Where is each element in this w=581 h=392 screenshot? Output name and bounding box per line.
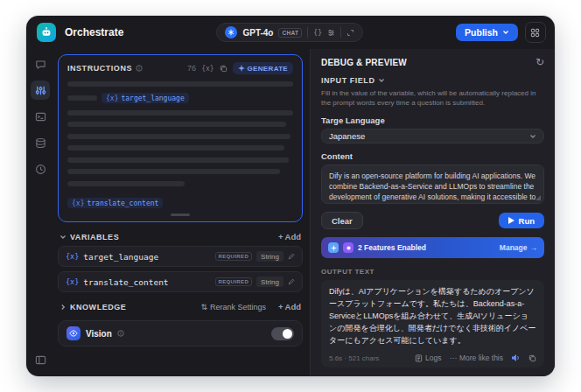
char-count: 76	[187, 64, 196, 73]
app-logo-icon	[37, 23, 56, 42]
debug-title: DEBUG & PREVIEW	[321, 58, 407, 67]
target-language-select[interactable]: Japanese	[321, 129, 544, 143]
database-icon	[35, 137, 46, 149]
model-params-icon[interactable]	[327, 29, 335, 37]
chat-bubble-icon	[35, 59, 46, 70]
skeleton-line	[67, 158, 293, 163]
model-selector[interactable]: GPT-4o CHAT {}	[216, 23, 363, 42]
ellipsis-icon: ⋯	[449, 354, 457, 362]
chevron-down-icon[interactable]	[60, 234, 66, 241]
prompt-panel: INSTRUCTIONS 76 {x} GENERATE	[54, 49, 310, 376]
chevron-right-icon[interactable]	[60, 304, 66, 311]
terminal-icon	[35, 111, 46, 122]
model-mode-badge: CHAT	[278, 28, 302, 38]
vision-eye-icon	[66, 326, 80, 340]
content-textarea[interactable]: Dify is an open-source platform for buil…	[321, 164, 544, 204]
output-text-title: OUTPUT TEXT	[321, 268, 544, 276]
skeleton-line	[67, 95, 97, 101]
edit-variable-icon[interactable]	[288, 253, 295, 260]
features-enabled-text: 2 Features Enabled	[358, 243, 426, 252]
resize-handle[interactable]	[171, 214, 190, 216]
sparkle-icon	[238, 65, 245, 72]
feature-icon-2	[343, 242, 354, 253]
required-badge: REQUIRED	[215, 252, 253, 261]
skeleton-line	[67, 169, 293, 174]
variable-braces-icon: {x}	[66, 252, 79, 261]
apps-grid-icon	[530, 28, 540, 38]
variables-title: VARIABLES	[70, 233, 119, 242]
rerank-settings-button[interactable]: ⇅Rerank Settings	[200, 303, 266, 312]
divider	[340, 27, 341, 38]
variable-row[interactable]: {x} translate_content REQUIRED String	[58, 271, 303, 292]
variable-row[interactable]: {x} target_language REQUIRED String	[58, 246, 303, 267]
copy-output-button[interactable]	[528, 354, 536, 362]
publish-label: Publish	[465, 27, 498, 38]
reset-icon[interactable]: ↻	[536, 57, 544, 67]
vision-toggle[interactable]	[271, 327, 294, 340]
variable-braces-icon: {x}	[66, 277, 79, 286]
variable-name: target_language	[83, 252, 158, 262]
variable-chip-target-language[interactable]: {x} target_language	[102, 93, 189, 103]
copy-icon	[528, 354, 536, 362]
info-icon	[117, 330, 124, 337]
skeleton-line	[67, 81, 293, 87]
model-name: GPT-4o	[242, 28, 273, 38]
copy-icon[interactable]	[220, 65, 228, 73]
left-nav-rail	[26, 49, 54, 376]
edit-variable-icon[interactable]	[288, 278, 295, 285]
nav-terminal-item[interactable]	[31, 107, 50, 126]
arrow-right-icon: →	[530, 243, 538, 252]
input-field-title: INPUT FIELD	[321, 76, 374, 85]
rerank-icon: ⇅	[200, 303, 207, 312]
tools-button[interactable]	[525, 22, 546, 43]
variable-type-badge: String	[256, 251, 284, 262]
plus-icon: +	[278, 232, 284, 242]
manage-features-button[interactable]: Manage→	[500, 243, 537, 252]
info-icon	[136, 65, 143, 72]
clock-icon	[35, 164, 46, 175]
insert-variable-icon[interactable]: {x}	[201, 65, 214, 73]
skeleton-line	[67, 134, 293, 139]
nav-chat-item[interactable]	[31, 54, 50, 74]
expand-icon[interactable]	[346, 29, 354, 37]
variable-braces-icon: {x}	[72, 200, 84, 207]
generate-button[interactable]: GENERATE	[233, 62, 293, 74]
skeleton-line	[67, 122, 293, 127]
run-label: Run	[519, 216, 535, 226]
input-field-description: Fill in the value of the variable, which…	[321, 88, 544, 108]
content-label: Content	[321, 151, 544, 161]
add-knowledge-button[interactable]: +Add	[278, 302, 301, 312]
feature-icon-1	[328, 242, 339, 253]
variable-chip-label: translate_content	[87, 200, 158, 207]
plus-icon: +	[278, 302, 284, 312]
publish-button[interactable]: Publish	[456, 24, 518, 41]
skeleton-line	[67, 110, 293, 116]
prompt-vars-icon[interactable]: {}	[313, 29, 322, 37]
vision-feature-card: Vision	[58, 320, 303, 346]
logs-icon	[415, 354, 423, 362]
top-bar: Orchestrate GPT-4o CHAT {} Publish	[26, 16, 555, 49]
clear-button[interactable]: Clear	[321, 212, 363, 229]
read-aloud-button[interactable]	[511, 354, 521, 362]
run-button[interactable]: Run	[499, 213, 544, 228]
variable-chip-translate-content[interactable]: {x} translate_content	[67, 198, 163, 208]
chevron-down-icon	[502, 29, 509, 36]
add-variable-button[interactable]: +Add	[278, 232, 301, 242]
features-bar[interactable]: 2 Features Enabled Manage→	[321, 237, 544, 258]
robot-icon	[40, 26, 52, 38]
nav-orchestrate-item[interactable]	[31, 80, 50, 100]
model-provider-icon	[225, 26, 237, 38]
variable-name: translate_content	[83, 277, 168, 287]
collapse-panel-icon	[35, 354, 46, 366]
collapse-sidebar-button[interactable]	[31, 350, 50, 369]
output-text: Difyは、AIアプリケーションを構築するためのオープンソースプラットフォームで…	[329, 286, 536, 347]
chevron-down-icon	[378, 77, 385, 84]
input-field-section-toggle[interactable]: INPUT FIELD	[321, 76, 544, 85]
logs-button[interactable]: Logs	[415, 354, 441, 362]
speaker-icon	[511, 354, 521, 362]
more-like-this-button[interactable]: ⋯ More like this	[449, 354, 503, 362]
knowledge-title: KNOWLEDGE	[70, 303, 126, 312]
page-title: Orchestrate	[65, 26, 123, 38]
nav-logs-item[interactable]	[31, 159, 50, 178]
nav-datasets-item[interactable]	[31, 133, 50, 152]
